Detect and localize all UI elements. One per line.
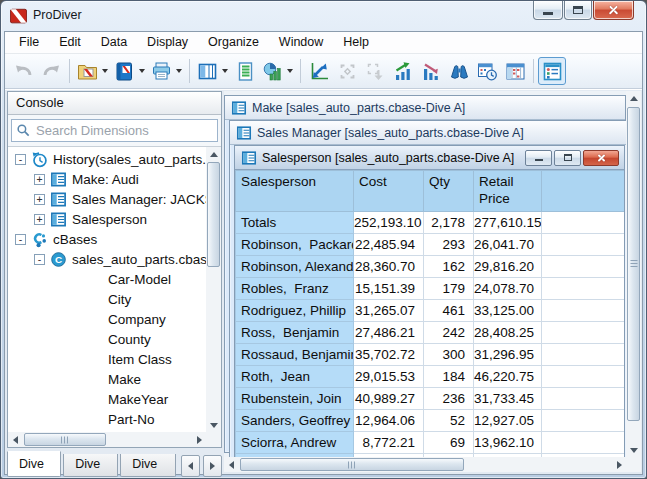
table-row-robinson-alexander[interactable]: Robinson, Alexander 28,360.70 162 29,816…: [236, 256, 625, 278]
tree-item-item-class[interactable]: Item Class: [8, 349, 206, 369]
titlebar[interactable]: ProDiver: [1, 1, 646, 31]
tab-dive-a[interactable]: Dive A: [7, 451, 61, 477]
dropdown-arrow-icon[interactable]: [139, 69, 145, 73]
column-header-retail-price[interactable]: Retail Price: [474, 171, 542, 212]
table-row-sanders-geoffrey[interactable]: Sanders, Geoffrey 12,964.06 52 12,927.05: [236, 410, 625, 432]
tree-item-salesperson[interactable]: + Salesperson: [8, 209, 206, 229]
tree-expander[interactable]: -: [34, 254, 45, 265]
child-maximize-button[interactable]: [554, 150, 581, 166]
tree-expander[interactable]: -: [15, 234, 26, 245]
tree-item-make-audi[interactable]: + Make: Audi: [8, 169, 206, 189]
toolbar-find-button[interactable]: [445, 57, 473, 85]
tree-item-county[interactable]: County: [8, 329, 206, 349]
menu-help[interactable]: Help: [333, 32, 379, 53]
tree-item-make[interactable]: Make: [8, 369, 206, 389]
toolbar-open-marker-button[interactable]: [111, 57, 148, 85]
scrollbar-thumb[interactable]: [207, 162, 220, 267]
toolbar-undo-button[interactable]: [9, 57, 37, 85]
toolbar-crosstab-button[interactable]: [501, 57, 529, 85]
toolbar-focus-button[interactable]: [333, 57, 361, 85]
column-header-qty[interactable]: Qty: [424, 171, 474, 212]
toolbar-report-display-button[interactable]: [231, 57, 259, 85]
scrollbar-thumb[interactable]: [240, 458, 464, 471]
tree-item-sales-auto-parts-cbase[interactable]: - C sales_auto_parts.cbase: [8, 249, 206, 269]
window-make-titlebar[interactable]: Make [sales_auto_parts.cbase-Dive A]: [225, 96, 625, 120]
toolbar-separator: [296, 57, 305, 85]
table-row-robles-franz[interactable]: Robles, Franz 15,151.39 179 24,078.70: [236, 278, 625, 300]
tab-dive-b[interactable]: Dive B: [63, 454, 118, 477]
scroll-down-button[interactable]: [626, 443, 641, 457]
dropdown-arrow-icon[interactable]: [176, 69, 182, 73]
minimize-button[interactable]: [533, 1, 563, 20]
scrollbar-thumb[interactable]: [24, 433, 106, 446]
column-header-salesperson[interactable]: Salesperson: [236, 171, 354, 212]
table-row-rossaud-benjamin[interactable]: Rossaud, Benjamin 35,702.72 300 31,296.9…: [236, 344, 625, 366]
table-row-rubenstein-join[interactable]: Rubenstein, Join 40,989.27 236 31,733.45: [236, 388, 625, 410]
menu-display[interactable]: Display: [137, 32, 198, 53]
scroll-left-button[interactable]: [8, 432, 22, 447]
toolbar-time-series-button[interactable]: [473, 57, 501, 85]
tab-dive-c[interactable]: Dive C: [120, 454, 175, 477]
scrollbar-thumb[interactable]: [627, 107, 640, 421]
table-row-sciorra-andrew[interactable]: Sciorra, Andrew 8,772.21 69 13,962.10: [236, 432, 625, 454]
tree-item-sales-manager-jacks[interactable]: + Sales Manager: JACKS: [8, 189, 206, 209]
table-row-ross-benjamin[interactable]: Ross, Benjamin 27,486.21 242 28,408.25: [236, 322, 625, 344]
scroll-up-button[interactable]: [626, 91, 641, 105]
toolbar-open-file-button[interactable]: [74, 57, 111, 85]
dropdown-arrow-icon[interactable]: [287, 69, 293, 73]
tree-item-makeyear[interactable]: MakeYear: [8, 389, 206, 409]
tree-item-company[interactable]: Company: [8, 309, 206, 329]
scroll-left-button[interactable]: [224, 457, 238, 472]
toolbar-graph-display-button[interactable]: [259, 57, 296, 85]
tabs-scroll-left-button[interactable]: [181, 455, 200, 477]
table-row-roth-jean[interactable]: Roth, Jean 29,015.53 184 46,220.75: [236, 366, 625, 388]
table-row-rodriguez-phillip[interactable]: Rodriguez, Phillip 31,265.07 461 33,125.…: [236, 300, 625, 322]
table-row-robinson-packard[interactable]: Robinson, Packard 22,485.94 293 26,041.7…: [236, 234, 625, 256]
menu-organize[interactable]: Organize: [198, 32, 269, 53]
window-salesperson-titlebar[interactable]: Salesperson [sales_auto_parts.cbase-Dive…: [235, 146, 624, 170]
search-input[interactable]: [34, 122, 217, 139]
tree-expander[interactable]: +: [34, 214, 45, 225]
menu-data[interactable]: Data: [91, 32, 137, 53]
column-header-cost[interactable]: Cost: [354, 171, 424, 212]
toolbar-unfocus-button[interactable]: [361, 57, 389, 85]
tabs-scroll-right-button[interactable]: [203, 455, 222, 477]
mdi-vertical-scrollbar[interactable]: [626, 91, 641, 457]
tree-horizontal-scrollbar[interactable]: [8, 432, 206, 447]
toolbar-sort-descending-button[interactable]: [417, 57, 445, 85]
scroll-up-button[interactable]: [206, 147, 221, 161]
tree-item-history-sales-auto-parts-c[interactable]: - History(sales_auto_parts.c: [8, 149, 206, 169]
tree-vertical-scrollbar[interactable]: [206, 147, 221, 432]
child-minimize-button[interactable]: [525, 150, 552, 166]
table-row-totals[interactable]: Totals 252,193.10 2,178 277,610.15: [236, 212, 625, 234]
tree-item-car-model[interactable]: Car-Model: [8, 269, 206, 289]
toolbar-console-toggle-button[interactable]: [538, 57, 566, 85]
redo-icon: [41, 61, 62, 82]
maximize-button[interactable]: [564, 1, 592, 20]
tree-expander[interactable]: +: [34, 194, 45, 205]
tabular-small-icon: [50, 191, 67, 208]
window-salesperson[interactable]: Salesperson [sales_auto_parts.cbase-Dive…: [234, 145, 625, 459]
tree-item-city[interactable]: City: [8, 289, 206, 309]
scroll-right-button[interactable]: [192, 432, 206, 447]
tree-expander[interactable]: +: [34, 174, 45, 185]
child-close-button[interactable]: [583, 150, 619, 166]
toolbar-redo-button[interactable]: [37, 57, 65, 85]
dropdown-arrow-icon[interactable]: [102, 69, 108, 73]
dropdown-arrow-icon[interactable]: [222, 69, 228, 73]
mdi-horizontal-scrollbar[interactable]: [224, 457, 626, 472]
menu-file[interactable]: File: [9, 32, 49, 53]
toolbar-tabular-display-button[interactable]: [194, 57, 231, 85]
menu-edit[interactable]: Edit: [49, 32, 91, 53]
scroll-down-button[interactable]: [206, 418, 221, 432]
close-button[interactable]: [593, 1, 634, 20]
window-sales-manager-titlebar[interactable]: Sales Manager [sales_auto_parts.cbase-Di…: [230, 121, 626, 145]
tree-item-cbases[interactable]: - cBases: [8, 229, 206, 249]
tree-item-part-no[interactable]: Part-No: [8, 409, 206, 429]
toolbar-dive-button[interactable]: [305, 57, 333, 85]
scroll-right-button[interactable]: [612, 457, 626, 472]
tree-expander[interactable]: -: [15, 154, 26, 165]
toolbar-sort-ascending-button[interactable]: [389, 57, 417, 85]
toolbar-print-button[interactable]: [148, 57, 185, 85]
menu-window[interactable]: Window: [269, 32, 333, 53]
